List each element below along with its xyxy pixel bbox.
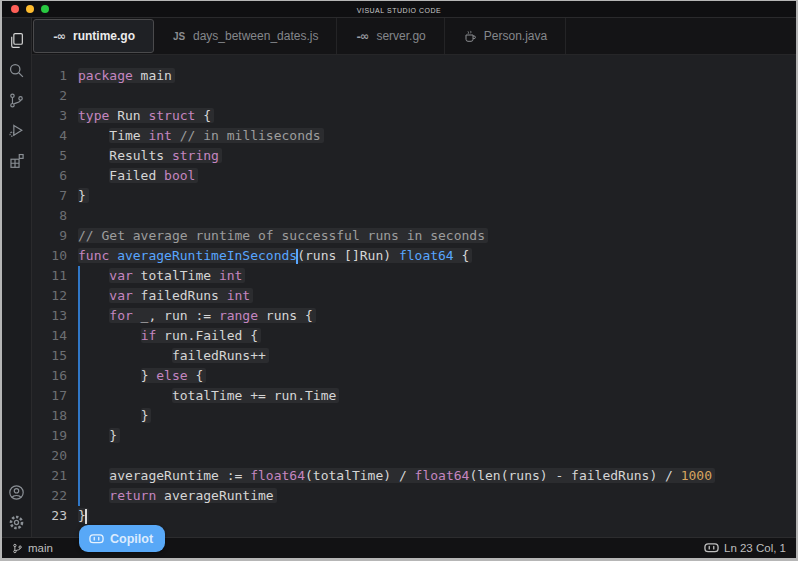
git-branch-icon [12,542,23,555]
code-line[interactable]: 11 var totalTime int [32,266,796,286]
line-number[interactable]: 22 [32,486,74,506]
line-content: } [78,186,89,206]
activity-bar [2,18,32,537]
line-number[interactable]: 13 [32,306,74,326]
code-line[interactable]: 13 for _, run := range runs { [32,306,796,326]
code-line[interactable]: 8 [32,206,796,226]
line-number[interactable]: 18 [32,406,74,426]
line-content: averageRuntime := float64(totalTime) / f… [78,466,715,486]
code-editor[interactable]: 1package main23type Run struct {4 Time i… [32,55,796,537]
copilot-button[interactable]: Copilot [79,525,165,552]
tab-runtime.go[interactable]: -∞runtime.go [33,19,154,53]
copilot-status-icon [704,542,719,554]
line-number[interactable]: 2 [32,86,74,106]
maximize-window-button[interactable] [41,5,49,13]
line-content: // Get average runtime of successful run… [78,226,488,246]
line-content: } [78,506,89,526]
source-control-icon[interactable] [4,85,30,115]
tab-label: runtime.go [73,29,135,43]
line-number[interactable]: 16 [32,366,74,386]
code-line[interactable]: 15 failedRuns++ [32,346,796,366]
code-line[interactable]: 21 averageRuntime := float64(totalTime) … [32,466,796,486]
code-line[interactable]: 17 totalTime += run.Time [32,386,796,406]
line-number[interactable]: 12 [32,286,74,306]
tab-label: server.go [376,29,425,43]
line-number[interactable]: 7 [32,186,74,206]
minimize-window-button[interactable] [26,5,34,13]
line-content: for _, run := range runs { [78,306,316,326]
code-line[interactable]: 5 Results string [32,146,796,166]
search-icon[interactable] [4,55,30,85]
line-content: totalTime += run.Time [78,386,339,406]
copilot-goggles-icon [89,533,104,545]
line-content: return averageRuntime [78,486,277,506]
branch-name: main [28,542,53,554]
line-content: var totalTime int [78,266,245,286]
code-lines: 1package main23type Run struct {4 Time i… [32,66,796,526]
tab-days_between_dates.js[interactable]: JSdays_between_dates.js [154,18,337,54]
javascript-file-icon: JS [172,31,186,42]
code-line[interactable]: 20 [32,446,796,466]
line-number[interactable]: 1 [32,66,74,86]
window-title: Visual Studio Code [357,4,441,15]
code-line[interactable]: 6 Failed bool [32,166,796,186]
code-line[interactable]: 16 } else { [32,366,796,386]
line-number[interactable]: 17 [32,386,74,406]
code-line[interactable]: 9// Get average runtime of successful ru… [32,226,796,246]
cursor-position-indicator[interactable]: Ln 23 Col, 1 [704,542,786,554]
code-line[interactable]: 19 } [32,426,796,446]
line-number[interactable]: 15 [32,346,74,366]
line-number[interactable]: 23 [32,506,74,526]
code-line[interactable]: 14 if run.Failed { [32,326,796,346]
line-content: Failed bool [78,166,198,186]
line-number[interactable]: 5 [32,146,74,166]
extensions-icon[interactable] [4,145,30,175]
line-content: var failedRuns int [78,286,253,306]
vscode-window: Visual Studio Code [0,0,798,561]
line-number[interactable]: 10 [32,246,74,266]
account-icon[interactable] [4,477,30,507]
text-cursor [85,509,87,524]
line-number[interactable]: 9 [32,226,74,246]
git-branch-indicator[interactable]: main [12,542,53,555]
line-number[interactable]: 11 [32,266,74,286]
code-line[interactable]: 3type Run struct { [32,106,796,126]
settings-gear-icon[interactable] [4,507,30,537]
line-number[interactable]: 14 [32,326,74,346]
line-number[interactable]: 19 [32,426,74,446]
go-file-icon: -∞ [52,30,66,43]
java-file-icon [463,29,477,43]
code-line[interactable]: 18 } [32,406,796,426]
line-content: Results string [78,146,222,166]
tab-server.go[interactable]: -∞server.go [337,18,444,54]
line-content: if run.Failed { [78,326,261,346]
code-line[interactable]: 22 return averageRuntime [32,486,796,506]
line-content: func averageRuntimeInSeconds(runs []Run)… [78,246,472,266]
run-debug-icon[interactable] [4,115,30,145]
line-content: } [78,406,151,426]
code-line[interactable]: 12 var failedRuns int [32,286,796,306]
window-controls [11,1,49,17]
tab-Person.java[interactable]: Person.java [445,18,566,54]
line-content: } else { [78,366,206,386]
line-content: package main [78,66,175,86]
line-number[interactable]: 3 [32,106,74,126]
close-window-button[interactable] [11,5,19,13]
line-number[interactable]: 8 [32,206,74,226]
tab-label: days_between_dates.js [193,29,318,43]
explorer-icon[interactable] [4,25,30,55]
code-line[interactable]: 4 Time int // in milliseconds [32,126,796,146]
title-bar: Visual Studio Code [2,1,796,18]
line-number[interactable]: 21 [32,466,74,486]
code-line[interactable]: 7} [32,186,796,206]
code-line[interactable]: 23} [32,506,796,526]
line-number[interactable]: 4 [32,126,74,146]
code-line[interactable]: 1package main [32,66,796,86]
code-line[interactable]: 10func averageRuntimeInSeconds(runs []Ru… [32,246,796,266]
line-number[interactable]: 6 [32,166,74,186]
line-number[interactable]: 20 [32,446,74,466]
code-line[interactable]: 2 [32,86,796,106]
cursor-position-text: Ln 23 Col, 1 [724,542,786,554]
line-content: Time int // in milliseconds [78,126,324,146]
tab-bar: -∞runtime.goJSdays_between_dates.js-∞ser… [32,18,796,55]
